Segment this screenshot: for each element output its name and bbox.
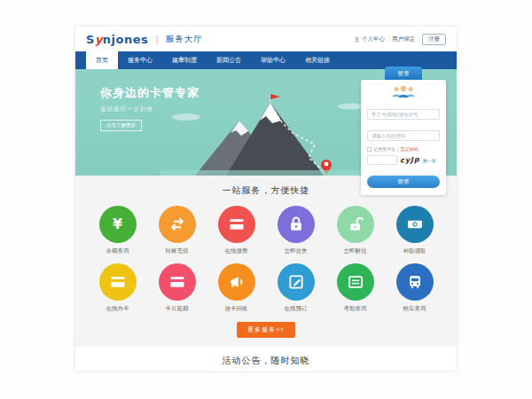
service-item-card-recovery[interactable]: 拾卡回收	[207, 263, 266, 313]
personal-center-label: 个人中心	[362, 35, 385, 43]
edit-icon	[278, 263, 315, 301]
banknote-icon: ¥	[396, 206, 434, 243]
logo-part1: S	[86, 33, 95, 46]
bus-icon	[396, 263, 434, 301]
account-input[interactable]	[367, 109, 440, 120]
service-item-unfreeze[interactable]: 立即解挂	[325, 206, 385, 255]
service-item-card-extension[interactable]: 卡片延期	[147, 263, 207, 313]
forgot-password-link[interactable]: 忘记密码	[401, 146, 419, 152]
logo-part2: njones	[103, 33, 148, 46]
password-input[interactable]	[367, 130, 440, 141]
service-item-subsidy[interactable]: ¥ 补助领取	[385, 206, 444, 255]
nav-item-regulations[interactable]: 规章制度	[162, 51, 207, 69]
user-icon	[354, 36, 360, 43]
services-grid: ¥ 余额查询 转账充值 在线缴费 立即挂失	[75, 197, 457, 313]
nav-item-help-center[interactable]: 帮助中心	[251, 51, 295, 69]
nav-item-news[interactable]: 新闻公告	[207, 51, 251, 69]
login-options: 记住用户名 | 忘记密码	[367, 146, 440, 152]
hero-cta-button[interactable]: 点击了解更多	[100, 120, 142, 131]
service-item-balance[interactable]: ¥ 余额查询	[88, 206, 147, 255]
captcha-input[interactable]	[367, 155, 397, 165]
user-binding-link[interactable]: 用户绑定	[392, 35, 415, 43]
hero-title: 你身边的卡管专家	[100, 85, 200, 101]
remember-checkbox[interactable]	[367, 147, 372, 152]
lock-icon	[278, 206, 315, 243]
svg-text:¥: ¥	[413, 222, 417, 227]
unlock-icon	[337, 206, 374, 243]
service-item-transfer[interactable]: 转账充值	[147, 206, 207, 255]
options-separator: |	[397, 146, 399, 152]
bank-card-icon	[218, 206, 255, 243]
top-header: Synjones | 服务大厅 个人中心 用户绑定 注册	[75, 27, 457, 51]
services-section: 一站服务，方便快捷 ¥ 余额查询 转账充值 在线缴费	[75, 176, 457, 347]
transfer-icon	[159, 206, 196, 243]
captcha-image[interactable]: cyJp	[400, 155, 420, 164]
captcha-refresh-link[interactable]: 换一张	[423, 158, 436, 163]
login-tab[interactable]: 登录	[385, 66, 422, 80]
more-services-button[interactable]: 更多服务>>	[237, 322, 295, 338]
logo-accent: y	[95, 33, 103, 46]
announcement-panels: 使用指南 最新公告 更多>> 使用指南 更多>>	[75, 367, 457, 371]
captcha-row: cyJp 换一张	[367, 155, 440, 165]
service-item-attendance[interactable]: 考勤查询	[325, 263, 385, 313]
service-item-apply-card[interactable]: 在线办卡	[88, 263, 147, 313]
nav-item-service-center[interactable]: 服务中心	[118, 51, 162, 69]
hero-subtitle: 提供捷径一步到校	[100, 106, 200, 113]
service-item-pay[interactable]: 在线缴费	[207, 206, 266, 255]
announcements-section: 活动公告，随时知晓 使用指南 最新公告 更多>> 使用指南 更多>>	[75, 347, 457, 371]
page: Synjones | 服务大厅 个人中心 用户绑定 注册 首页 服务中心 规章制…	[75, 27, 457, 371]
service-item-report-loss[interactable]: 立即挂失	[266, 206, 325, 255]
users-group-icon	[390, 85, 417, 99]
list-icon	[337, 263, 374, 301]
bank-card-icon	[99, 263, 137, 301]
megaphone-icon	[218, 263, 255, 301]
hero-text: 你身边的卡管专家 提供捷径一步到校 点击了解更多	[100, 85, 200, 131]
announcements-title: 活动公告，随时知晓	[75, 355, 457, 367]
login-form: 记住用户名 | 忘记密码 cyJp 换一张 登录	[361, 80, 446, 195]
login-panel: 登录 记住用户名 | 忘记密码 cyJp 换一张 登录	[361, 62, 446, 195]
yuan-icon: ¥	[99, 206, 137, 243]
header-divider: |	[155, 35, 158, 44]
user-binding-label: 用户绑定	[392, 35, 415, 43]
remember-label: 记住用户名	[373, 146, 395, 152]
service-item-school-bus[interactable]: 校车查询	[385, 263, 444, 313]
login-submit-button[interactable]: 登录	[367, 176, 440, 188]
service-item-online-booking[interactable]: 在线预订	[266, 263, 325, 313]
bank-card-icon	[159, 263, 196, 301]
nav-item-home[interactable]: 首页	[86, 51, 118, 69]
personal-center-link[interactable]: 个人中心	[354, 35, 385, 43]
site-name: 服务大厅	[166, 34, 203, 45]
logo[interactable]: Synjones	[86, 33, 148, 46]
nav-item-links[interactable]: 相关链接	[295, 51, 340, 69]
header-right: 个人中心 用户绑定 注册	[354, 34, 446, 45]
register-button[interactable]: 注册	[422, 34, 446, 45]
